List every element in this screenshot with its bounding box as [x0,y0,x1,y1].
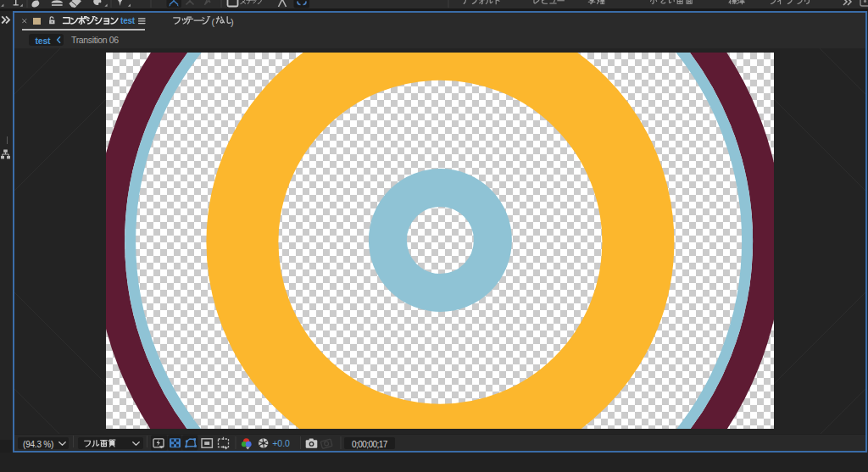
svg-text:+0.0: +0.0 [272,438,290,448]
